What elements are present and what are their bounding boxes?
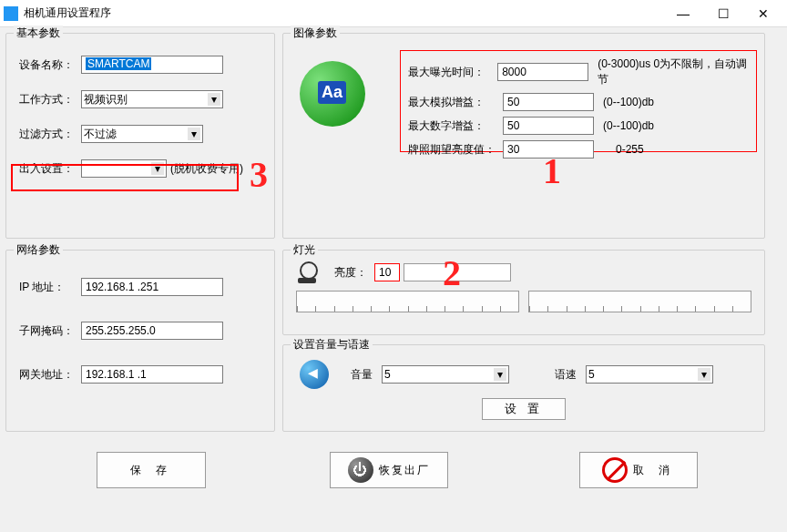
light-ruler-2[interactable] [528,291,751,312]
filter-label: 过滤方式： [19,127,77,142]
bright-note: 0-255 [616,143,644,156]
gw-input[interactable] [81,365,223,384]
save-button[interactable]: 保 存 [97,452,206,488]
app-icon [4,6,18,21]
cancel-button[interactable]: 取 消 [579,452,698,488]
work-mode-select[interactable]: 视频识别 ▾ [81,90,223,108]
speed-select[interactable]: 5 ▾ [586,365,713,384]
cancel-icon [602,457,628,483]
filter-select[interactable]: 不过滤 ▾ [81,125,203,143]
io-label: 出入设置： [19,161,77,177]
bright-label: 牌照期望亮度值： [408,142,499,158]
audio-legend: 设置音量与语速 [291,337,373,353]
book-icon [300,61,365,127]
max-again-note: (0--100)db [603,96,654,108]
chevron-down-icon: ▾ [208,93,220,106]
max-exp-input[interactable] [497,63,588,81]
basic-legend: 基本参数 [14,26,63,41]
net-group: 网络参数 IP 地址： 子网掩码： 网关地址： [5,250,275,432]
light-group: 灯光 亮度： [282,250,765,335]
power-icon [348,457,373,483]
chevron-down-icon: ▾ [494,368,506,381]
window-title: 相机通用设置程序 [24,5,663,21]
set-button[interactable]: 设 置 [482,398,566,420]
close-button[interactable]: ✕ [743,1,783,26]
maximize-button[interactable]: ☐ [703,1,743,26]
image-group: 图像参数 最大曝光时间： (0-3000)us 0为不限制，自动调节 最大模拟增… [282,33,765,239]
title-bar: 相机通用设置程序 — ☐ ✕ [0,0,787,27]
speaker-icon [300,360,329,389]
speed-label: 语速 [555,367,577,383]
max-again-label: 最大模拟增益： [408,95,499,110]
max-exp-note: (0-3000)us 0为不限制，自动调节 [598,56,749,87]
ip-label: IP 地址： [19,280,77,295]
image-params-box: 最大曝光时间： (0-3000)us 0为不限制，自动调节 最大模拟增益： (0… [400,50,757,152]
mask-label: 子网掩码： [19,323,77,339]
light-ruler-1[interactable] [296,291,519,312]
max-dgain-note: (0--100)db [603,119,654,132]
image-legend: 图像参数 [291,26,340,41]
max-dgain-input[interactable] [503,117,594,135]
webcam-icon [296,261,318,283]
device-name-label: 设备名称： [19,57,77,73]
brightness-slider[interactable] [404,263,511,281]
chevron-down-icon: ▾ [698,368,710,381]
vol-select[interactable]: 5 ▾ [382,365,509,384]
mask-input[interactable] [81,322,223,340]
max-again-input[interactable] [503,93,594,111]
basic-group: 基本参数 设备名称： SMARTCAM 工作方式： 视频识别 ▾ 过滤方式： 不… [5,33,275,239]
max-exp-label: 最大曝光时间： [408,65,494,80]
light-legend: 灯光 [291,242,318,258]
restore-button[interactable]: 恢复出厂 [330,452,448,488]
max-dgain-label: 最大数字增益： [408,118,499,134]
net-legend: 网络参数 [14,242,63,258]
chevron-down-icon: ▾ [151,162,164,175]
bright-input[interactable] [503,140,594,159]
brightness-label: 亮度： [334,265,367,281]
audio-group: 设置音量与语速 音量 5 ▾ 语速 5 ▾ 设 置 [282,344,765,432]
ip-input[interactable] [81,278,223,296]
minimize-button[interactable]: — [663,1,703,26]
brightness-input[interactable] [374,263,400,281]
vol-label: 音量 [351,367,373,383]
io-note: (脱机收费专用) [170,161,243,177]
io-select[interactable]: ▾ [81,159,167,178]
device-name-input[interactable]: SMARTCAM [81,56,223,74]
gw-label: 网关地址： [19,367,77,383]
work-mode-label: 工作方式： [19,92,77,107]
chevron-down-icon: ▾ [188,128,200,140]
